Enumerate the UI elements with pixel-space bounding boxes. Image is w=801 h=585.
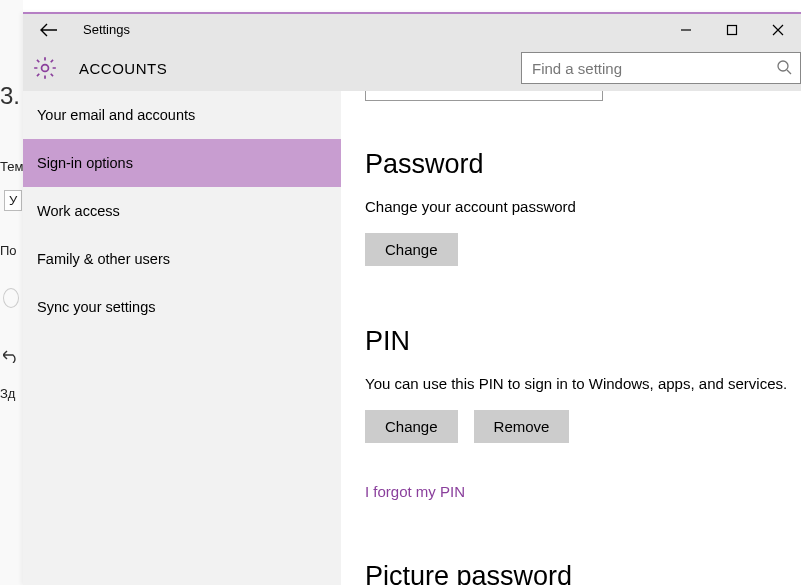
undo-icon — [3, 349, 19, 366]
password-heading: Password — [365, 149, 801, 180]
background-app: 3. Тем У По Зд — [0, 0, 23, 585]
maximize-button[interactable] — [709, 14, 755, 45]
svg-point-2 — [42, 65, 49, 72]
sidebar-item-label: Your email and accounts — [37, 107, 195, 123]
pin-heading: PIN — [365, 326, 801, 357]
svg-line-4 — [787, 70, 791, 74]
bg-number: 3. — [0, 82, 20, 110]
body: Your email and accounts Sign-in options … — [23, 91, 801, 585]
close-button[interactable] — [755, 14, 801, 45]
back-button[interactable] — [37, 23, 61, 37]
bg-text-1: Тем — [0, 159, 23, 174]
window-title: Settings — [83, 22, 130, 37]
sidebar: Your email and accounts Sign-in options … — [23, 91, 341, 585]
forgot-pin-link[interactable]: I forgot my PIN — [365, 483, 465, 500]
pin-desc: You can use this PIN to sign in to Windo… — [365, 375, 801, 392]
svg-point-3 — [778, 61, 788, 71]
sidebar-item-family-users[interactable]: Family & other users — [23, 235, 341, 283]
page-title: ACCOUNTS — [79, 60, 167, 77]
search-box[interactable] — [521, 52, 801, 84]
window-controls — [663, 14, 801, 45]
sidebar-item-label: Sync your settings — [37, 299, 155, 315]
pin-remove-button[interactable]: Remove — [474, 410, 570, 443]
pin-change-button[interactable]: Change — [365, 410, 458, 443]
password-desc: Change your account password — [365, 198, 801, 215]
gear-icon — [31, 54, 59, 82]
sidebar-item-email-accounts[interactable]: Your email and accounts — [23, 91, 341, 139]
bg-text-2: У — [4, 190, 22, 211]
sidebar-item-label: Sign-in options — [37, 155, 133, 171]
search-input[interactable] — [532, 60, 770, 77]
sidebar-item-label: Family & other users — [37, 251, 170, 267]
bg-circle — [3, 288, 19, 308]
content-pane: Password Change your account password Ch… — [341, 91, 801, 585]
bg-text-3: По — [0, 243, 17, 258]
titlebar: Settings — [23, 14, 801, 45]
sidebar-item-sync-settings[interactable]: Sync your settings — [23, 283, 341, 331]
search-icon — [776, 59, 792, 78]
sidebar-item-signin-options[interactable]: Sign-in options — [23, 139, 341, 187]
partial-field-above — [365, 91, 603, 101]
sidebar-item-work-access[interactable]: Work access — [23, 187, 341, 235]
minimize-button[interactable] — [663, 14, 709, 45]
password-change-button[interactable]: Change — [365, 233, 458, 266]
svg-rect-1 — [728, 25, 737, 34]
settings-window: Settings ACCOUNTS — [23, 12, 801, 585]
header: ACCOUNTS — [23, 45, 801, 91]
picture-password-heading: Picture password — [365, 561, 801, 585]
bg-text-4: Зд — [0, 386, 15, 401]
search-wrap — [521, 52, 801, 84]
sidebar-item-label: Work access — [37, 203, 120, 219]
